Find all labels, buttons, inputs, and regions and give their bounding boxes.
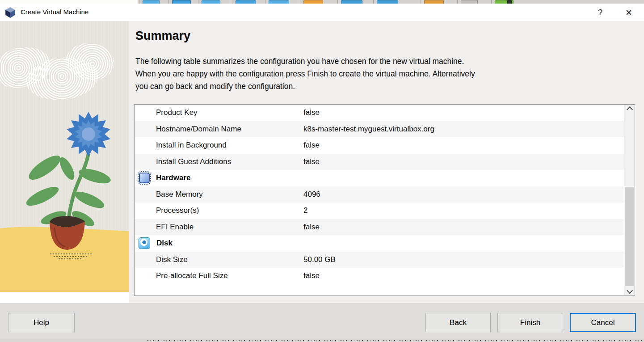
summary-row[interactable]: Base Memory4096 [135, 186, 624, 203]
summary-row[interactable]: Product Keyfalse [135, 105, 624, 121]
background-icon-fragment [377, 0, 398, 4]
toolbar-separator-fragment [421, 0, 421, 4]
toolbar-separator-fragment [265, 0, 265, 4]
cpu-chip-icon [139, 173, 150, 183]
virtualbox-logo-icon [4, 7, 16, 18]
row-value: false [303, 157, 624, 166]
summary-row[interactable]: Install Guest Additionsfalse [135, 154, 624, 170]
summary-table-rows: Product KeyfalseHostname/Domain Namek8s-… [135, 105, 624, 296]
titlebar[interactable]: Create Virtual Machine ? × [0, 4, 644, 21]
summary-table: Product KeyfalseHostname/Domain Namek8s-… [134, 104, 635, 296]
row-label: Hostname/Domain Name [156, 125, 303, 134]
row-label: Install in Background [156, 141, 303, 150]
section-label: Disk [156, 239, 173, 248]
row-label: Disk Size [156, 255, 303, 264]
window-title: Create Virtual Machine [21, 8, 88, 16]
toolbar-separator-fragment [168, 0, 169, 4]
background-icon-fragment [303, 0, 323, 4]
cancel-button[interactable]: Cancel [570, 313, 636, 332]
scrollbar-thumb[interactable] [625, 187, 634, 286]
summary-row[interactable]: Disk Size50.00 GB [135, 252, 624, 268]
row-label: Pre-allocate Full Size [156, 271, 303, 280]
row-value: 2 [303, 206, 624, 215]
background-taskbar-strip [0, 338, 644, 342]
background-icon-fragment [202, 0, 220, 4]
row-value: false [303, 108, 624, 117]
help-titlebar-button[interactable]: ? [590, 4, 610, 21]
sidebar-illustration [0, 21, 129, 292]
scroll-up-button[interactable] [624, 105, 635, 113]
summary-row[interactable]: Install in Backgroundfalse [135, 137, 624, 154]
scroll-down-button[interactable] [624, 287, 635, 296]
background-icon-fragment [269, 0, 289, 4]
chevron-down-icon [626, 287, 632, 294]
flower-pot-art [0, 21, 129, 292]
background-window-strip [0, 0, 644, 4]
section-label: Hardware [156, 173, 190, 182]
background-toolbar-strip [138, 0, 644, 4]
chevron-up-icon [626, 106, 632, 113]
toolbar-separator-fragment [139, 0, 139, 4]
button-bar: Help Back Finish Cancel [0, 303, 644, 338]
row-label: EFI Enable [156, 223, 303, 232]
background-icon-fragment [341, 0, 362, 4]
row-value: 4096 [303, 190, 624, 199]
background-icon-fragment [143, 0, 160, 4]
create-virtual-machine-dialog: Create Virtual Machine ? × [0, 0, 644, 342]
description-line: The following table summarizes the confi… [135, 55, 475, 68]
background-icon-fragment [461, 0, 478, 4]
toolbar-separator-fragment [491, 0, 492, 4]
page-description: The following table summarizes the confi… [135, 55, 475, 93]
page-title: Summary [135, 29, 190, 43]
background-icon-fragment [172, 0, 191, 4]
row-value: false [303, 223, 624, 232]
row-value: false [303, 271, 624, 280]
toolbar-separator-fragment [198, 0, 198, 4]
vertical-scrollbar[interactable] [624, 105, 635, 296]
close-button[interactable]: × [619, 4, 639, 21]
row-label: Install Guest Additions [156, 157, 303, 166]
summary-row[interactable]: Hostname/Domain Namek8s-master-test.mygu… [135, 121, 624, 138]
background-icon-fragment [507, 0, 512, 4]
description-line: When you are happy with the configuratio… [135, 68, 475, 80]
description-line: you can go back and modify the configura… [135, 80, 475, 93]
toolbar-separator-fragment [300, 0, 300, 4]
summary-row[interactable]: EFI Enablefalse [135, 219, 624, 236]
summary-row[interactable]: Processor(s)2 [135, 203, 624, 219]
row-label: Product Key [156, 108, 303, 117]
wizard-page: Summary The following table summarizes t… [129, 21, 644, 303]
background-icon-fragment [424, 0, 444, 4]
summary-section-row[interactable]: Disk [135, 235, 624, 252]
toolbar-separator-fragment [373, 0, 374, 4]
hard-disk-icon [139, 237, 150, 249]
row-value: false [303, 141, 624, 150]
summary-row[interactable]: Pre-allocate Full Sizefalse [135, 268, 624, 284]
background-icon-fragment [236, 0, 256, 4]
row-label: Processor(s) [156, 206, 303, 215]
toolbar-separator-fragment [337, 0, 338, 4]
help-button[interactable]: Help [8, 313, 75, 332]
toolbar-separator-fragment [232, 0, 232, 4]
toolbar-separator-fragment [457, 0, 458, 4]
row-value: k8s-master-test.myguest.virtualbox.org [303, 125, 624, 134]
back-button[interactable]: Back [425, 313, 491, 332]
finish-button[interactable]: Finish [497, 313, 563, 332]
row-label: Base Memory [156, 190, 303, 199]
summary-section-row[interactable]: Hardware [135, 170, 624, 186]
row-value: 50.00 GB [303, 255, 624, 264]
